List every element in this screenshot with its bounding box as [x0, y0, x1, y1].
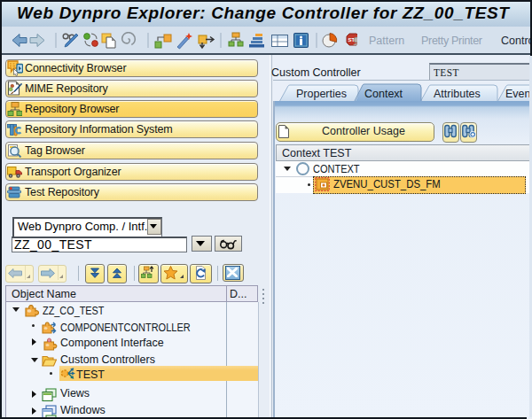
svg-text:Properties: Properties — [296, 88, 347, 100]
svg-text:Context: Context — [364, 88, 403, 100]
svg-text:Events: Events — [505, 88, 532, 100]
svg-text:Attributes: Attributes — [434, 88, 481, 100]
